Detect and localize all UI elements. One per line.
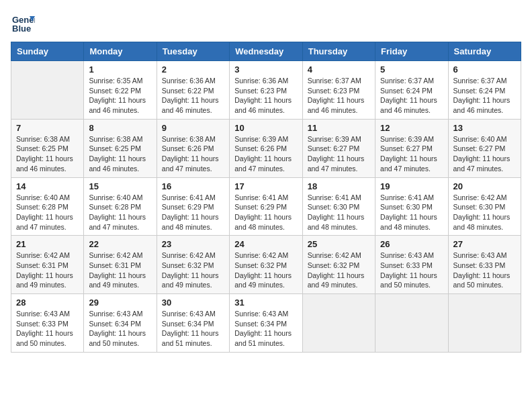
day-number: 26: [380, 239, 443, 249]
day-info: Sunrise: 6:42 AM Sunset: 6:32 PM Dayligh…: [234, 250, 297, 290]
svg-text:Blue: Blue: [12, 24, 31, 34]
calendar-cell: 16 Sunrise: 6:41 AM Sunset: 6:29 PM Dayl…: [157, 177, 229, 236]
day-info: Sunrise: 6:42 AM Sunset: 6:32 PM Dayligh…: [162, 250, 224, 290]
calendar-cell: 29 Sunrise: 6:43 AM Sunset: 6:34 PM Dayl…: [84, 294, 157, 353]
day-number: 12: [380, 123, 443, 133]
day-info: Sunrise: 6:38 AM Sunset: 6:26 PM Dayligh…: [162, 134, 224, 174]
day-number: 6: [453, 64, 516, 75]
weekday-header-friday: Friday: [375, 42, 448, 61]
logo: General Blue: [11, 11, 38, 35]
calendar-cell: 1 Sunrise: 6:35 AM Sunset: 6:22 PM Dayli…: [84, 61, 157, 120]
calendar-cell: 19 Sunrise: 6:41 AM Sunset: 6:30 PM Dayl…: [375, 177, 448, 236]
calendar-cell: 15 Sunrise: 6:40 AM Sunset: 6:28 PM Dayl…: [84, 177, 157, 236]
day-info: Sunrise: 6:41 AM Sunset: 6:30 PM Dayligh…: [308, 193, 370, 232]
day-info: Sunrise: 6:37 AM Sunset: 6:24 PM Dayligh…: [453, 76, 516, 116]
day-info: Sunrise: 6:35 AM Sunset: 6:22 PM Dayligh…: [89, 76, 151, 116]
calendar-cell: 2 Sunrise: 6:36 AM Sunset: 6:22 PM Dayli…: [157, 61, 229, 120]
day-number: 31: [234, 298, 297, 308]
weekday-header-sunday: Sunday: [11, 42, 84, 61]
calendar-cell: 21 Sunrise: 6:42 AM Sunset: 6:31 PM Dayl…: [11, 236, 84, 294]
calendar-cell: 20 Sunrise: 6:42 AM Sunset: 6:30 PM Dayl…: [448, 177, 521, 236]
day-info: Sunrise: 6:43 AM Sunset: 6:33 PM Dayligh…: [380, 250, 443, 290]
day-info: Sunrise: 6:42 AM Sunset: 6:31 PM Dayligh…: [16, 250, 79, 290]
day-number: 16: [162, 181, 224, 191]
calendar-cell: 8 Sunrise: 6:38 AM Sunset: 6:25 PM Dayli…: [84, 119, 157, 177]
calendar-cell: 12 Sunrise: 6:39 AM Sunset: 6:27 PM Dayl…: [375, 119, 448, 177]
day-info: Sunrise: 6:39 AM Sunset: 6:26 PM Dayligh…: [234, 134, 297, 174]
day-info: Sunrise: 6:40 AM Sunset: 6:27 PM Dayligh…: [453, 134, 516, 174]
day-number: 5: [380, 64, 443, 75]
day-info: Sunrise: 6:40 AM Sunset: 6:28 PM Dayligh…: [89, 193, 151, 232]
day-number: 28: [16, 298, 79, 308]
calendar-cell: 6 Sunrise: 6:37 AM Sunset: 6:24 PM Dayli…: [448, 61, 521, 120]
calendar-cell: 23 Sunrise: 6:42 AM Sunset: 6:32 PM Dayl…: [157, 236, 229, 294]
week-row-5: 28 Sunrise: 6:43 AM Sunset: 6:33 PM Dayl…: [11, 294, 521, 353]
day-info: Sunrise: 6:39 AM Sunset: 6:27 PM Dayligh…: [380, 134, 443, 174]
day-number: 29: [89, 298, 151, 308]
day-number: 9: [162, 123, 224, 133]
calendar-cell: [302, 294, 375, 353]
day-number: 27: [453, 239, 516, 249]
calendar-cell: 26 Sunrise: 6:43 AM Sunset: 6:33 PM Dayl…: [375, 236, 448, 294]
day-info: Sunrise: 6:43 AM Sunset: 6:33 PM Dayligh…: [16, 309, 79, 349]
weekday-header-monday: Monday: [84, 42, 157, 61]
calendar-cell: 11 Sunrise: 6:39 AM Sunset: 6:27 PM Dayl…: [302, 119, 375, 177]
calendar-cell: 28 Sunrise: 6:43 AM Sunset: 6:33 PM Dayl…: [11, 294, 84, 353]
page-header: General Blue: [11, 11, 521, 35]
calendar-cell: 18 Sunrise: 6:41 AM Sunset: 6:30 PM Dayl…: [302, 177, 375, 236]
day-number: 22: [89, 239, 151, 249]
day-number: 18: [308, 181, 370, 191]
calendar-cell: 5 Sunrise: 6:37 AM Sunset: 6:24 PM Dayli…: [375, 61, 448, 120]
day-number: 24: [234, 239, 297, 249]
calendar-cell: 13 Sunrise: 6:40 AM Sunset: 6:27 PM Dayl…: [448, 119, 521, 177]
calendar-cell: 30 Sunrise: 6:43 AM Sunset: 6:34 PM Dayl…: [157, 294, 229, 353]
week-row-1: 1 Sunrise: 6:35 AM Sunset: 6:22 PM Dayli…: [11, 61, 521, 120]
day-number: 30: [162, 298, 224, 308]
day-info: Sunrise: 6:41 AM Sunset: 6:30 PM Dayligh…: [380, 193, 443, 232]
weekday-header-wednesday: Wednesday: [230, 42, 302, 61]
day-info: Sunrise: 6:41 AM Sunset: 6:29 PM Dayligh…: [162, 193, 224, 232]
day-info: Sunrise: 6:38 AM Sunset: 6:25 PM Dayligh…: [16, 134, 79, 174]
calendar-body: 1 Sunrise: 6:35 AM Sunset: 6:22 PM Dayli…: [11, 61, 521, 353]
day-info: Sunrise: 6:43 AM Sunset: 6:34 PM Dayligh…: [234, 309, 297, 349]
calendar-cell: [11, 61, 84, 120]
day-number: 13: [453, 123, 516, 133]
day-info: Sunrise: 6:39 AM Sunset: 6:27 PM Dayligh…: [308, 134, 370, 174]
day-number: 1: [89, 64, 151, 75]
day-info: Sunrise: 6:43 AM Sunset: 6:33 PM Dayligh…: [453, 250, 516, 290]
day-number: 8: [89, 123, 151, 133]
day-info: Sunrise: 6:37 AM Sunset: 6:23 PM Dayligh…: [308, 76, 370, 116]
day-info: Sunrise: 6:42 AM Sunset: 6:31 PM Dayligh…: [89, 250, 151, 290]
calendar-cell: 27 Sunrise: 6:43 AM Sunset: 6:33 PM Dayl…: [448, 236, 521, 294]
day-info: Sunrise: 6:37 AM Sunset: 6:24 PM Dayligh…: [380, 76, 443, 116]
calendar-cell: 25 Sunrise: 6:42 AM Sunset: 6:32 PM Dayl…: [302, 236, 375, 294]
day-info: Sunrise: 6:43 AM Sunset: 6:34 PM Dayligh…: [162, 309, 224, 349]
day-info: Sunrise: 6:38 AM Sunset: 6:25 PM Dayligh…: [89, 134, 151, 174]
calendar-cell: 31 Sunrise: 6:43 AM Sunset: 6:34 PM Dayl…: [230, 294, 302, 353]
calendar-cell: 10 Sunrise: 6:39 AM Sunset: 6:26 PM Dayl…: [230, 119, 302, 177]
calendar-cell: 9 Sunrise: 6:38 AM Sunset: 6:26 PM Dayli…: [157, 119, 229, 177]
calendar-cell: 24 Sunrise: 6:42 AM Sunset: 6:32 PM Dayl…: [230, 236, 302, 294]
day-info: Sunrise: 6:43 AM Sunset: 6:34 PM Dayligh…: [89, 309, 151, 349]
day-number: 21: [16, 239, 79, 249]
day-number: 25: [308, 239, 370, 249]
calendar-cell: 3 Sunrise: 6:36 AM Sunset: 6:23 PM Dayli…: [230, 61, 302, 120]
calendar-cell: [448, 294, 521, 353]
week-row-2: 7 Sunrise: 6:38 AM Sunset: 6:25 PM Dayli…: [11, 119, 521, 177]
day-number: 10: [234, 123, 297, 133]
day-info: Sunrise: 6:36 AM Sunset: 6:22 PM Dayligh…: [162, 76, 224, 116]
day-number: 15: [89, 181, 151, 191]
day-number: 2: [162, 64, 224, 75]
day-info: Sunrise: 6:40 AM Sunset: 6:28 PM Dayligh…: [16, 193, 79, 232]
weekday-header-row: SundayMondayTuesdayWednesdayThursdayFrid…: [11, 42, 521, 61]
day-number: 23: [162, 239, 224, 249]
week-row-4: 21 Sunrise: 6:42 AM Sunset: 6:31 PM Dayl…: [11, 236, 521, 294]
calendar-cell: 22 Sunrise: 6:42 AM Sunset: 6:31 PM Dayl…: [84, 236, 157, 294]
day-number: 14: [16, 181, 79, 191]
weekday-header-saturday: Saturday: [448, 42, 521, 61]
day-info: Sunrise: 6:42 AM Sunset: 6:30 PM Dayligh…: [453, 193, 516, 232]
day-info: Sunrise: 6:41 AM Sunset: 6:29 PM Dayligh…: [234, 193, 297, 232]
calendar-cell: 17 Sunrise: 6:41 AM Sunset: 6:29 PM Dayl…: [230, 177, 302, 236]
day-number: 4: [308, 64, 370, 75]
week-row-3: 14 Sunrise: 6:40 AM Sunset: 6:28 PM Dayl…: [11, 177, 521, 236]
